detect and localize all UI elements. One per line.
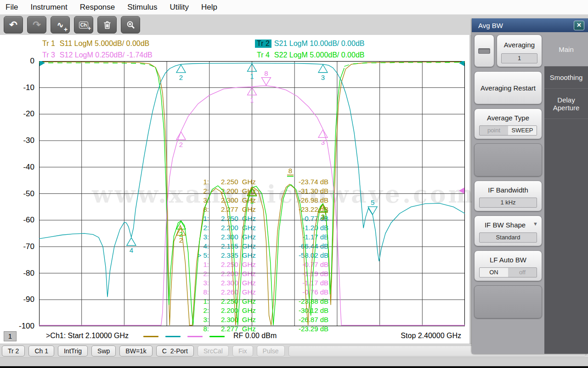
y-axis-label: -100 bbox=[2, 322, 34, 331]
empty-panel bbox=[474, 143, 542, 176]
tab-main[interactable]: Main bbox=[544, 32, 588, 66]
y-axis-label: -90 bbox=[2, 295, 34, 304]
marker-triangle bbox=[176, 65, 186, 73]
marker-triangle bbox=[176, 132, 186, 140]
panel-title-bar[interactable]: Avg BW ✕ bbox=[472, 18, 588, 32]
trace-header-text: S21 LogM 10.00dB/ 0.00dB bbox=[274, 40, 365, 47]
trace-swatch bbox=[187, 336, 203, 337]
marker-label: 2 bbox=[179, 236, 183, 244]
sweep-start-label: >Ch1: Start 2.10000 GHz bbox=[46, 332, 129, 340]
marker-label: 3 bbox=[321, 138, 325, 146]
panel-tabs: MainSmoothingDelay Aperture bbox=[544, 32, 588, 354]
toggle-option-on[interactable]: ON bbox=[480, 268, 508, 277]
y-axis-label: -10 bbox=[2, 83, 34, 92]
undo-button[interactable]: ↶ bbox=[4, 16, 23, 34]
add-channel-icon: Ch+ bbox=[79, 22, 89, 28]
trace-chip: Tr 2 bbox=[255, 40, 271, 48]
y-axis-label: 0 bbox=[2, 57, 34, 66]
toggle-option-point[interactable]: point bbox=[480, 126, 508, 135]
tab-smoothing[interactable]: Smoothing bbox=[544, 66, 588, 88]
if-bandwidth-button[interactable]: IF Bandwidth1 kHz bbox=[474, 181, 542, 211]
empty-panel bbox=[474, 285, 542, 318]
menu-item-response[interactable]: Response bbox=[80, 3, 115, 12]
marker-label: 1 bbox=[250, 196, 254, 204]
averaging-button[interactable]: Averaging1 bbox=[497, 34, 542, 67]
trace-header-tr4[interactable]: Tr 4S22 LogM 5.000dB/ 0.00dB bbox=[255, 51, 364, 59]
trace-header-text: S11 LogM 5.000dB/ 0.00dB bbox=[60, 40, 149, 47]
plot-canvas: 1234512312381238 bbox=[39, 61, 465, 326]
delete-button[interactable] bbox=[97, 16, 117, 34]
trace-header-tr2[interactable]: Tr 2S21 LogM 10.00dB/ 0.00dB bbox=[255, 40, 364, 48]
chevron-down-icon: ▼ bbox=[533, 221, 538, 226]
status-button-bw-1k[interactable]: BW=1k bbox=[119, 345, 153, 357]
bottom-edge bbox=[0, 366, 588, 368]
average-type-button[interactable]: Average TypepointSWEEP bbox=[474, 108, 542, 139]
averaging-row: Averaging1 bbox=[474, 34, 542, 67]
status-button-tr-2[interactable]: Tr 2 bbox=[2, 345, 25, 357]
undo-icon: ↶ bbox=[9, 19, 17, 30]
channel-tab-1[interactable]: 1 bbox=[4, 331, 17, 341]
marker-triangle bbox=[127, 238, 136, 245]
y-axis-label: -30 bbox=[2, 136, 34, 145]
panel-controls: Averaging1Averaging RestartAverage Typep… bbox=[472, 32, 544, 354]
menu-item-file[interactable]: File bbox=[6, 3, 18, 12]
marker-triangle bbox=[261, 78, 271, 85]
delete-icon bbox=[102, 20, 112, 30]
add-trace-button[interactable]: ∿+ bbox=[51, 16, 70, 34]
trace-chip: Tr 3 bbox=[40, 51, 57, 59]
trace-s22 bbox=[344, 62, 465, 67]
y-axis-label: -80 bbox=[2, 269, 34, 278]
averaging-restart-button[interactable]: Averaging Restart bbox=[474, 71, 542, 104]
zoom-button[interactable] bbox=[121, 16, 140, 34]
sweep-stop-label: Stop 2.40000 GHz bbox=[401, 332, 461, 340]
y-axis-label: -70 bbox=[2, 242, 34, 251]
add-channel-button[interactable]: Ch+ bbox=[74, 16, 93, 34]
marker-label: 1 bbox=[250, 72, 254, 80]
toggle-switch[interactable]: pointSWEEP bbox=[479, 125, 537, 136]
trace-swatch bbox=[165, 336, 181, 337]
trace-swatch bbox=[143, 336, 158, 337]
toggle-option-sweep[interactable]: SWEEP bbox=[508, 126, 537, 135]
marker-label: 5 bbox=[371, 198, 374, 206]
status-button-c-2-port[interactable]: C 2-Port bbox=[156, 345, 194, 357]
marker-label: 1 bbox=[250, 96, 254, 104]
trace-swatch bbox=[209, 336, 225, 337]
y-axis-label: -60 bbox=[2, 215, 34, 225]
status-button-ch-1[interactable]: Ch 1 bbox=[28, 345, 54, 357]
y-axis-label: -40 bbox=[2, 163, 34, 172]
control-label: LF Auto BW bbox=[477, 256, 539, 264]
averaging-label: Averaging bbox=[499, 41, 539, 49]
toggle-option-off[interactable]: off bbox=[508, 268, 537, 277]
redo-button: ↷ bbox=[27, 16, 46, 34]
tab-delay-aperture[interactable]: Delay Aperture bbox=[544, 88, 588, 119]
averaging-enable-button[interactable] bbox=[474, 34, 494, 67]
trace-header-text: S22 LogM 5.000dB/ 0.00dB bbox=[274, 51, 365, 59]
control-value: 1 kHz bbox=[479, 198, 537, 208]
marker-label-active: 8 bbox=[288, 167, 292, 175]
trace-header-tr1[interactable]: Tr 1S11 LogM 5.000dB/ 0.00dB bbox=[40, 40, 149, 48]
menu-item-utility[interactable]: Utility bbox=[170, 3, 189, 12]
status-button-swp[interactable]: Swp bbox=[91, 345, 116, 357]
close-icon[interactable]: ✕ bbox=[574, 21, 584, 30]
panel-title: Avg BW bbox=[478, 22, 574, 29]
zoom-icon bbox=[126, 20, 136, 30]
menu-item-help[interactable]: Help bbox=[201, 3, 217, 12]
averaging-value: 1 bbox=[501, 53, 537, 63]
status-button-fix: Fix bbox=[232, 345, 253, 357]
marker-label: 2 bbox=[179, 141, 183, 148]
status-button-inttrig[interactable]: IntTrig bbox=[58, 345, 88, 357]
trace-color-legend bbox=[143, 336, 225, 337]
toggle-switch[interactable]: ONoff bbox=[479, 267, 537, 277]
marker-label: 2 bbox=[179, 74, 183, 81]
marker-triangle bbox=[318, 65, 328, 73]
if-bw-shape-button[interactable]: IF BW Shape▼Standard bbox=[474, 215, 542, 246]
marker-label: 3 bbox=[321, 74, 325, 81]
trace-chip: Tr 4 bbox=[255, 51, 271, 59]
lf-auto-bw-button[interactable]: LF Auto BWONoff bbox=[474, 250, 542, 281]
rf-power-label: RF 0.00 dBm bbox=[233, 332, 277, 340]
trace-s22 bbox=[39, 63, 155, 68]
menu-item-instrument[interactable]: Instrument bbox=[30, 3, 67, 12]
control-label: Average Type bbox=[477, 114, 539, 122]
menu-item-stimulus[interactable]: Stimulus bbox=[127, 3, 157, 12]
trace-header-tr3[interactable]: Tr 3S12 LogM 0.250dB/ -1.74dB bbox=[40, 51, 153, 59]
